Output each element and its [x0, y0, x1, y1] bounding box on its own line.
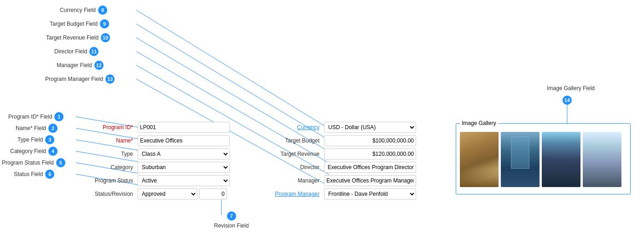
gallery-images [460, 132, 627, 187]
status-revision-row: Status/Revision Approved Pending Rejecte… [85, 188, 230, 199]
status-revision-label: Status/Revision [85, 191, 136, 197]
annotation-manager-field: Manager Field 12 [57, 61, 104, 70]
manager-field-label: Manager Field [57, 62, 92, 68]
image-gallery-annotation: Image Gallery Field [525, 85, 617, 91]
badge-4: 4 [48, 147, 58, 156]
program-id-label: Program ID* [85, 124, 136, 131]
status-select[interactable]: Approved Pending Rejected [138, 188, 197, 199]
program-manager-row: Program Manager Frontline - Dave Penfold… [272, 188, 416, 199]
image-gallery-box: Image Gallery [456, 123, 631, 194]
manager-label: Manager [272, 177, 322, 184]
badge-11: 11 [89, 47, 99, 56]
program-status-row: Program Status Active Inactive Pending [85, 175, 230, 186]
target-budget-input[interactable] [324, 135, 416, 146]
type-select[interactable]: Class A Class B Class C [138, 148, 230, 159]
currency-row: Currency USD - Dollar (USA) EUR - Euro G… [272, 122, 416, 133]
target-budget-label: Target Budget [272, 137, 322, 144]
annotation-name-field: Name* Field 2 [16, 124, 58, 133]
program-manager-select[interactable]: Frontline - Dave Penfold Other Manager [324, 188, 416, 199]
right-form: Currency USD - Dollar (USA) EUR - Euro G… [272, 122, 416, 202]
program-status-select[interactable]: Active Inactive Pending [138, 175, 230, 186]
annotation-program-manager-field: Program Manager Field 13 [45, 74, 115, 84]
annotation-currency-field: Currency Field 8 [60, 6, 107, 15]
target-revenue-label: Target Revenue [272, 151, 322, 157]
type-field-label: Type Field [17, 137, 43, 143]
currency-label[interactable]: Currency [272, 124, 322, 131]
annotation-category-field: Category Field 4 [10, 147, 58, 156]
category-select[interactable]: Suburban Urban Rural [138, 162, 230, 173]
annotation-program-status-field: Program Status Field 5 [2, 158, 65, 167]
revision-input[interactable] [199, 188, 227, 199]
annotation-type-field: Type Field 3 [17, 135, 54, 144]
director-row: Director [272, 162, 416, 173]
currency-field-label: Currency Field [60, 7, 96, 13]
target-revenue-input[interactable] [324, 148, 416, 159]
program-manager-label[interactable]: Program Manager [272, 191, 322, 197]
name-label: Name* [85, 137, 136, 144]
program-status-label: Program Status [85, 177, 136, 184]
annotation-status-field: Status Field 6 [14, 170, 54, 179]
type-label: Type [85, 151, 136, 157]
program-id-row: Program ID* [85, 122, 230, 133]
name-input[interactable] [138, 135, 230, 146]
badge-12: 12 [94, 61, 104, 70]
director-field-label: Director Field [54, 48, 87, 55]
badge-3: 3 [45, 135, 54, 144]
badge-14: 14 [563, 96, 572, 105]
image-gallery-legend: Image Gallery [460, 120, 498, 126]
type-row: Type Class A Class B Class C [85, 148, 230, 159]
revision-field-label: Revision Field [214, 222, 249, 229]
program-id-input[interactable] [138, 122, 230, 133]
category-row: Category Suburban Urban Rural [85, 162, 230, 173]
name-field-label: Name* Field [16, 125, 46, 131]
badge-6: 6 [45, 170, 54, 179]
name-row: Name* [85, 135, 230, 146]
program-status-field-label: Program Status Field [2, 159, 54, 166]
left-form: Program ID* Name* Type Class A Class B C… [85, 122, 230, 202]
badge-10: 10 [101, 33, 110, 42]
image-gallery-field-label: Image Gallery Field [547, 85, 595, 91]
target-revenue-field-label: Target Revenue Field [46, 34, 99, 41]
badge-9: 9 [100, 19, 109, 28]
status-field-label: Status Field [14, 171, 43, 177]
ig-line [567, 105, 568, 124]
gallery-image-2[interactable] [501, 132, 540, 187]
badge-8: 8 [98, 6, 107, 15]
annotation-director-field: Director Field 11 [54, 47, 99, 56]
badge-1: 1 [54, 112, 64, 121]
target-revenue-row: Target Revenue [272, 148, 416, 159]
gallery-image-1[interactable] [460, 132, 499, 187]
manager-row: Manager [272, 175, 416, 186]
target-budget-field-label: Target Budget Field [50, 21, 98, 27]
gallery-image-3[interactable] [542, 132, 580, 187]
annotation-target-budget-field: Target Budget Field 9 [50, 19, 109, 28]
svg-line-0 [136, 10, 329, 129]
badge-5: 5 [56, 158, 65, 167]
badge-7: 7 [227, 211, 236, 221]
badge-13: 13 [105, 74, 115, 84]
annotation-program-id-field: Program ID* Field 1 [8, 112, 64, 121]
badge-14-wrapper: 14 [563, 96, 572, 105]
target-budget-row: Target Budget [272, 135, 416, 146]
category-label: Category [85, 164, 136, 171]
director-label: Director [272, 164, 322, 171]
revision-field-annotation: 7 Revision Field [214, 211, 249, 229]
annotation-target-revenue-field: Target Revenue Field 10 [46, 33, 110, 42]
category-field-label: Category Field [10, 148, 46, 154]
director-input[interactable] [324, 162, 416, 173]
gallery-image-4[interactable] [583, 132, 621, 187]
currency-select[interactable]: USD - Dollar (USA) EUR - Euro GBP - Poun… [324, 122, 416, 133]
manager-input[interactable] [324, 175, 416, 186]
program-id-field-label: Program ID* Field [8, 114, 52, 120]
badge-2: 2 [48, 124, 58, 133]
program-manager-field-label: Program Manager Field [45, 76, 103, 82]
